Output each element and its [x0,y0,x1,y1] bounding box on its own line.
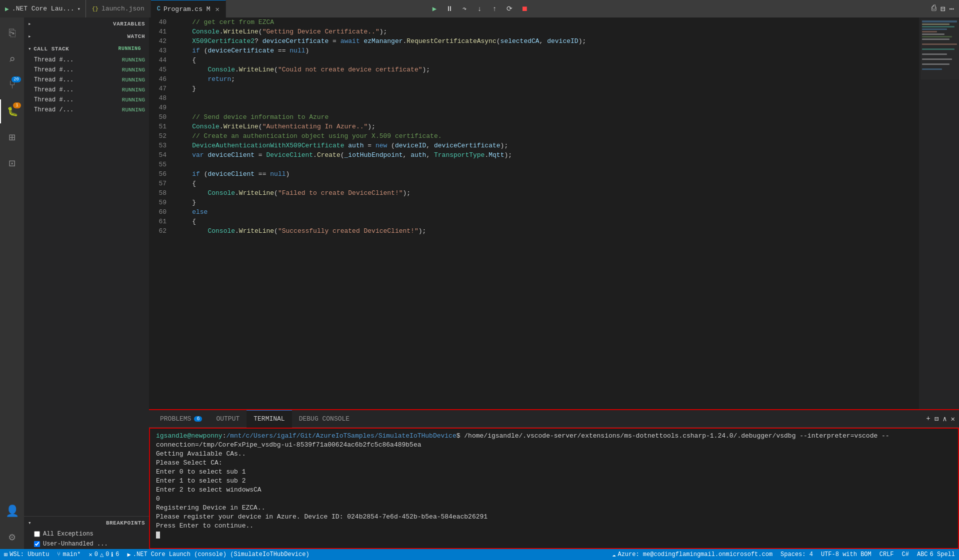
code-content[interactable]: 4041424344 4546474849 5051525354 5556575… [149,17,959,409]
breakpoint-all-exceptions[interactable]: All Exceptions [24,529,149,539]
split-terminal-icon[interactable]: ⊟ [934,415,938,423]
activity-files[interactable]: ⎘ [0,21,24,45]
tab-debug-console[interactable]: DEBUG CONSOLE [292,410,356,428]
terminal-output-9: Press Enter to continue.. [156,522,952,531]
status-encoding[interactable]: UTF-8 with BOM [817,549,876,560]
thread-item-5[interactable]: Thread #... RUNNING [24,95,149,105]
thread-item-4[interactable]: Thread #... RUNNING [24,85,149,95]
activity-account[interactable]: 👤 [0,499,24,523]
activity-debug[interactable]: 🐛 1 [0,99,24,123]
thread-item-6[interactable]: Thread /... RUNNING [24,105,149,115]
status-azure[interactable]: ☁ Azure: me@codingflamingmail.onmicrosof… [608,549,776,560]
code-line-48 [176,93,919,103]
status-bar: ⊞ WSL: Ubuntu ⑂ main* ✕ 0 △ 0 ℹ 6 ▶ .NET… [0,549,959,560]
language-label: C# [902,551,909,558]
watch-section-header[interactable]: ▸ WATCH [24,30,149,42]
tab-problems[interactable]: PROBLEMS 6 [153,410,209,428]
extensions-icon: ⊞ [8,131,15,144]
output-label: OUTPUT [216,415,240,423]
panel-maximize-icon[interactable]: ∧ [942,415,946,423]
top-bar: ▶ .NET Core Lau... ▾ {} launch.json C Pr… [0,0,959,17]
callstack-status: RUNNING [118,46,141,51]
code-line-44: { [176,55,919,65]
code-line-58: Console.WriteLine("Failed to create Devi… [176,188,919,198]
activity-search[interactable]: ⌕ [0,47,24,71]
debug-pause-btn[interactable]: ⏸ [442,2,456,16]
spell-icon: ABC [917,551,928,558]
activity-remote[interactable]: ⊡ [0,151,24,175]
status-debug-config[interactable]: ▶ .NET Core Launch (console) (SimulateIo… [124,549,314,560]
panel-close-icon[interactable]: ✕ [951,415,955,423]
code-line-53: DeviceAuthenticationWithX509Certificate … [176,141,919,150]
watch-chevron: ▸ [28,33,32,39]
terminal-output-2: Please Select CA: [156,459,952,468]
thread-item-1[interactable]: Thread #... RUNNING [24,55,149,65]
debug-toolbar: ▶ ⏸ ↷ ↓ ↑ ⟳ ⏹ [428,2,532,16]
activity-extensions[interactable]: ⊞ [0,125,24,149]
debug-restart-btn[interactable]: ⟳ [502,2,516,16]
tab-launch-json[interactable]: {} launch.json [86,0,151,17]
panel-tab-bar: PROBLEMS 6 OUTPUT TERMINAL DEBUG CONSOLE… [149,410,959,428]
code-line-52: // Create an authentication object using… [176,131,919,141]
thread-name-2: Thread #... [34,66,74,73]
remote-icon: ⊡ [8,157,15,170]
code-line-41: Console.WriteLine("Getting Device Certif… [176,27,919,36]
debug-stop-btn[interactable]: ⏹ [518,2,532,16]
branch-label: main* [62,551,80,558]
callstack-section-header[interactable]: ▾ CALL STACK RUNNING [24,42,149,55]
tab-output[interactable]: OUTPUT [209,410,246,428]
debug-continue-btn[interactable]: ▶ [428,2,442,16]
close-tab-icon[interactable]: ✕ [216,5,220,13]
error-icon: ✕ [88,551,92,559]
status-wsl[interactable]: ⊞ WSL: Ubuntu [0,549,53,560]
code-line-57: { [176,179,919,188]
svg-rect-14 [921,19,959,79]
code-lines: // get cert from EZCA Console.WriteLine(… [172,17,919,409]
thread-item-2[interactable]: Thread #... RUNNING [24,65,149,75]
debug-config-tab[interactable]: ▶ .NET Core Lau... ▾ [0,0,86,17]
split-icon[interactable]: ⊟ [940,4,946,14]
thread-status-2: RUNNING [122,67,145,73]
variables-section-header[interactable]: ▸ VARIABLES [24,17,149,30]
debug-step-out-btn[interactable]: ↑ [488,2,502,16]
tab-terminal[interactable]: TERMINAL [246,410,292,428]
debug-step-into-btn[interactable]: ↓ [472,2,486,16]
layout-icon[interactable]: ⎙ [932,4,936,14]
tab-program-cs[interactable]: C Program.cs M ✕ [151,0,226,17]
activity-source-control[interactable]: ⑂ 20 [0,73,24,97]
debug-step-over-btn[interactable]: ↷ [458,2,472,16]
terminal-content[interactable]: igsandle@newponny:/mnt/c/Users/igalf/Git… [149,428,959,549]
terminal-output-7: Registering Device in EZCA.. [156,504,952,513]
status-language[interactable]: C# [898,549,913,560]
more-icon[interactable]: ⋯ [949,4,954,14]
problems-badge: 6 [194,416,202,422]
breakpoints-header[interactable]: ▾ BREAKPOINTS [24,517,149,529]
terminal-path: /mnt/c/Users/igalf/Git/AzureIoTSamples/S… [226,432,456,440]
breakpoint-user-unhandled-checkbox[interactable] [34,541,40,547]
terminal-line-prompt: igsandle@newponny:/mnt/c/Users/igalf/Git… [156,432,952,450]
code-line-61: { [176,217,919,226]
spell-label: 6 Spell [930,551,955,558]
add-terminal-icon[interactable]: + [926,415,930,423]
terminal-output-5: Enter 2 to select windowsCA [156,486,952,495]
activity-settings[interactable]: ⚙ [0,525,24,549]
breakpoint-user-unhandled[interactable]: User-Unhandled ... [24,539,149,549]
thread-name-1: Thread #... [34,56,74,63]
code-line-45: Console.WriteLine("Could not create devi… [176,65,919,74]
warning-count: 0 [106,551,109,558]
breakpoint-all-exceptions-checkbox[interactable] [34,531,40,537]
debug-badge: 1 [13,102,21,108]
tab-label-launch: launch.json [102,5,144,12]
bottom-panel: PROBLEMS 6 OUTPUT TERMINAL DEBUG CONSOLE… [149,409,959,549]
status-spaces[interactable]: Spaces: 4 [776,549,817,560]
thread-name-3: Thread #... [34,76,74,83]
status-line-ending[interactable]: CRLF [876,549,898,560]
status-spell[interactable]: ABC 6 Spell [913,549,959,560]
status-branch[interactable]: ⑂ main* [53,549,84,560]
thread-item-3[interactable]: Thread #... RUNNING [24,75,149,85]
terminal-cursor [156,532,160,539]
status-errors[interactable]: ✕ 0 △ 0 ℹ 6 [84,549,123,560]
terminal-output-4: Enter 1 to select sub 2 [156,477,952,486]
search-icon: ⌕ [8,53,15,66]
problems-label: PROBLEMS [160,415,191,423]
